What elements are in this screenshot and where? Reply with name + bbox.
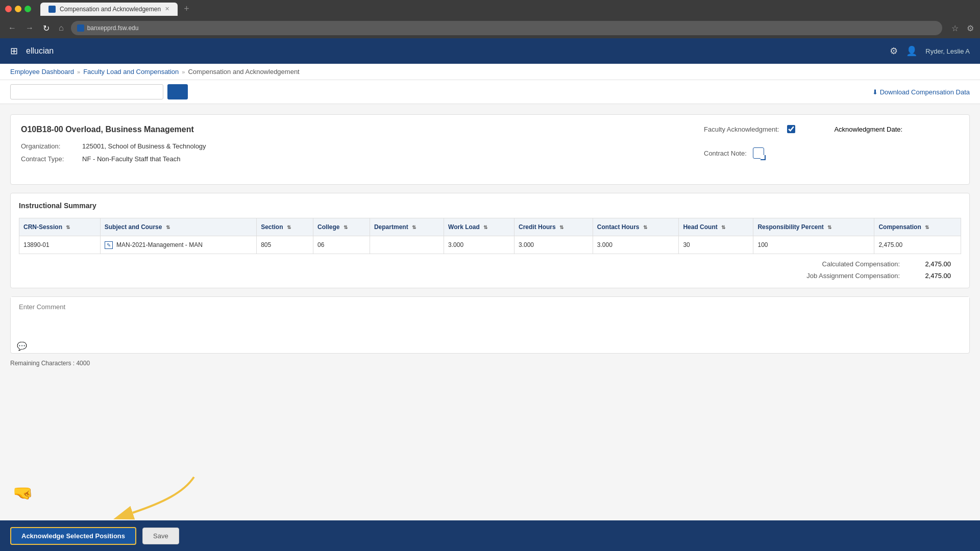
- course-note-icon[interactable]: ✎: [105, 241, 113, 249]
- col-department[interactable]: Department ⇅: [370, 218, 444, 236]
- extensions-icon[interactable]: ⚙: [967, 23, 974, 33]
- cell-credit-hours: 3.000: [514, 236, 593, 254]
- download-compensation-link[interactable]: ⬇ Download Compensation Data: [872, 88, 970, 96]
- app-header: ⊞ ellucian ⚙ 👤 Ryder, Leslie A: [0, 38, 980, 64]
- cell-subject-course: ✎ MAN-2021-Management - MAN: [100, 236, 256, 254]
- contract-fields: Organization: 125001, School of Business…: [21, 142, 206, 150]
- cell-compensation: 2,475.00: [874, 236, 961, 254]
- app-header-right: ⚙ 👤 Ryder, Leslie A: [890, 45, 970, 57]
- cell-contact-hours: 3.000: [593, 236, 679, 254]
- download-icon: ⬇: [872, 88, 878, 96]
- app-header-left: ⊞ ellucian: [10, 45, 54, 57]
- toolbar-left: [10, 84, 188, 99]
- contract-type-label: Contract Type:: [21, 155, 82, 163]
- new-tab-btn[interactable]: +: [184, 4, 189, 14]
- cell-section: 805: [257, 236, 313, 254]
- breadcrumb-sep-2: »: [182, 69, 185, 75]
- breadcrumb-current: Compensation and Acknowledgement: [188, 68, 299, 76]
- breadcrumb-sep-1: »: [77, 69, 80, 75]
- org-value: 125001, School of Business & Technology: [82, 142, 206, 150]
- site-favicon: [77, 24, 84, 32]
- col-head-count[interactable]: Head Count ⇅: [679, 218, 753, 236]
- col-section[interactable]: Section ⇅: [257, 218, 313, 236]
- tab-title: Compensation and Acknowledgemen: [60, 6, 161, 13]
- col-subject-course[interactable]: Subject and Course ⇅: [100, 218, 256, 236]
- cell-work-load: 3.000: [444, 236, 514, 254]
- contract-top-row: O10B18-00 Overload, Business Management …: [21, 125, 959, 168]
- window-controls[interactable]: [5, 6, 31, 12]
- acknowledge-selected-positions-button[interactable]: Acknowledge Selected Positions: [10, 527, 136, 545]
- calculated-comp-label: Calculated Compensation:: [822, 260, 900, 268]
- contract-note-icon[interactable]: [753, 147, 764, 159]
- instructional-summary-section: Instructional Summary CRN-Session ⇅ Subj…: [10, 193, 970, 288]
- settings-icon[interactable]: ⚙: [890, 45, 898, 57]
- contract-type-value: NF - Non-Faculty Staff that Teach: [82, 155, 180, 163]
- job-assignment-comp-value: 2,475.00: [910, 272, 951, 280]
- org-label: Organization:: [21, 142, 82, 150]
- col-responsibility-percent[interactable]: Responsibility Percent ⇅: [753, 218, 874, 236]
- org-field: Organization: 125001, School of Business…: [21, 142, 206, 150]
- table-row: 13890-01 ✎ MAN-2021-Management - MAN 805…: [19, 236, 961, 254]
- nav-back-btn[interactable]: ←: [6, 21, 18, 35]
- nav-forward-btn[interactable]: →: [23, 21, 36, 35]
- close-window-btn[interactable]: [5, 6, 12, 12]
- comment-textarea[interactable]: [11, 297, 969, 338]
- breadcrumb: Employee Dashboard » Faculty Load and Co…: [0, 64, 980, 80]
- address-text: banxepprd.fsw.edu: [87, 24, 139, 32]
- contract-type-row: Contract Type: NF - Non-Faculty Staff th…: [21, 155, 206, 163]
- user-icon[interactable]: 👤: [906, 45, 917, 57]
- table-header-row: CRN-Session ⇅ Subject and Course ⇅ Secti…: [19, 218, 961, 236]
- contract-section: O10B18-00 Overload, Business Management …: [10, 114, 970, 185]
- breadcrumb-link-faculty-load[interactable]: Faculty Load and Compensation: [83, 68, 179, 76]
- bookmark-icon[interactable]: ☆: [951, 23, 959, 33]
- app-name-label: ellucian: [26, 46, 54, 56]
- calculated-comp-value: 2,475.00: [910, 260, 951, 268]
- tab-favicon: [48, 6, 56, 13]
- compensation-summary: Calculated Compensation: 2,475.00 Job As…: [19, 260, 961, 280]
- calculated-comp-row: Calculated Compensation: 2,475.00: [19, 260, 951, 268]
- save-button[interactable]: Save: [142, 528, 179, 544]
- address-bar[interactable]: banxepprd.fsw.edu: [71, 21, 942, 35]
- col-compensation[interactable]: Compensation ⇅: [874, 218, 961, 236]
- maximize-window-btn[interactable]: [24, 6, 31, 12]
- search-button[interactable]: [167, 84, 188, 99]
- job-assignment-comp-label: Job Assignment Compensation:: [806, 272, 900, 280]
- contract-type-field: Contract Type: NF - Non-Faculty Staff th…: [21, 155, 180, 163]
- cell-department: [370, 236, 444, 254]
- contract-note-label: Contract Note:: [704, 149, 747, 157]
- job-assignment-comp-row: Job Assignment Compensation: 2,475.00: [19, 272, 951, 280]
- instructional-summary-title: Instructional Summary: [19, 202, 961, 210]
- instructional-summary-table: CRN-Session ⇅ Subject and Course ⇅ Secti…: [19, 218, 961, 254]
- browser-tab[interactable]: Compensation and Acknowledgemen ✕: [40, 3, 178, 16]
- search-input[interactable]: [10, 84, 163, 99]
- cell-responsibility-percent: 100: [753, 236, 874, 254]
- contract-title: O10B18-00 Overload, Business Management: [21, 125, 206, 134]
- faculty-acknowledgment-label: Faculty Acknowledgment:: [704, 126, 779, 133]
- acknowledgment-date-label: Acknowledgment Date:: [834, 126, 902, 133]
- col-crn-session[interactable]: CRN-Session ⇅: [19, 218, 101, 236]
- nav-refresh-btn[interactable]: ↻: [41, 21, 52, 35]
- comment-section: 💬: [10, 296, 970, 354]
- cell-crn-session: 13890-01: [19, 236, 101, 254]
- minimize-window-btn[interactable]: [15, 6, 21, 12]
- col-contact-hours[interactable]: Contact Hours ⇅: [593, 218, 679, 236]
- toolbar-row: ⬇ Download Compensation Data: [0, 80, 980, 104]
- nav-home-btn[interactable]: ⌂: [57, 21, 66, 35]
- col-credit-hours[interactable]: Credit Hours ⇅: [514, 218, 593, 236]
- breadcrumb-link-employee-dashboard[interactable]: Employee Dashboard: [10, 68, 74, 76]
- user-name: Ryder, Leslie A: [925, 47, 970, 55]
- grid-menu-icon[interactable]: ⊞: [10, 45, 18, 57]
- remaining-chars: Remaining Characters : 4000: [10, 358, 970, 369]
- tab-close-btn[interactable]: ✕: [165, 6, 169, 12]
- bottom-bar: Acknowledge Selected Positions Save: [0, 520, 980, 551]
- cell-head-count: 30: [679, 236, 753, 254]
- comment-chat-icon: 💬: [11, 339, 969, 353]
- col-college[interactable]: College ⇅: [313, 218, 370, 236]
- col-work-load[interactable]: Work Load ⇅: [444, 218, 514, 236]
- download-label: Download Compensation Data: [880, 88, 970, 96]
- main-content: O10B18-00 Overload, Business Management …: [0, 104, 980, 549]
- faculty-acknowledgment-checkbox[interactable]: [787, 125, 795, 133]
- browser-chrome: Compensation and Acknowledgemen ✕ +: [0, 0, 980, 18]
- browser-actions: ☆ ⚙: [951, 23, 974, 33]
- address-bar-row: ← → ↻ ⌂ banxepprd.fsw.edu ☆ ⚙: [0, 18, 980, 38]
